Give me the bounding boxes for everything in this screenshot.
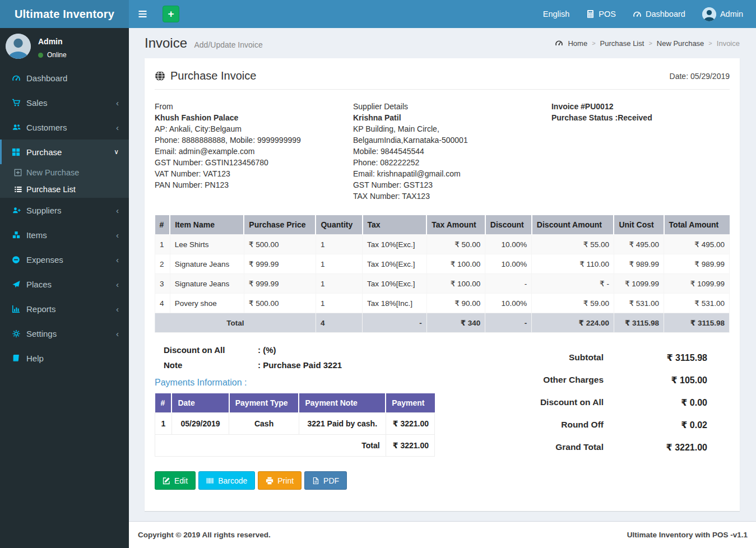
barcode-button[interactable]: Barcode <box>198 471 255 490</box>
table-cell: ₹ 90.00 <box>426 294 485 313</box>
table-cell: ₹ 110.00 <box>532 254 614 274</box>
invoice-number: Invoice #PU0012 <box>551 101 730 112</box>
sidebar-item-expenses[interactable]: Expenses ‹ <box>0 247 129 272</box>
sidebar-item-new-purchase[interactable]: New Purchase <box>0 164 129 181</box>
sidebar-item-customers[interactable]: Customers ‹ <box>0 115 129 140</box>
sidebar-item-items[interactable]: Items ‹ <box>0 222 129 247</box>
summary-row-grand-total: Grand Total ₹ 3221.00 <box>460 436 707 458</box>
printer-icon <box>266 477 273 485</box>
language-menu[interactable]: English <box>535 0 578 28</box>
table-cell: Lee Shirts <box>170 235 244 254</box>
table-cell: ₹ 495.00 <box>614 235 664 254</box>
footer-version: Ultimate Inventory with POS -v1.1 <box>627 531 748 539</box>
table-cell: - <box>485 274 532 294</box>
from-label: From <box>155 101 353 112</box>
navbar-right: English POS Dashboard <box>535 0 756 28</box>
list-icon <box>14 185 26 193</box>
table-cell: Cash <box>229 413 299 435</box>
table-cell: Tax 10%[Exc.] <box>363 235 427 254</box>
barcode-icon <box>206 477 214 485</box>
sidebar-item-settings[interactable]: Settings ‹ <box>0 321 129 346</box>
table-cell: 3 <box>155 274 170 294</box>
breadcrumb-purchase-list[interactable]: Purchase List <box>600 39 644 48</box>
minus-circle-icon <box>12 256 26 264</box>
summary-row-subtotal: Subtotal ₹ 3115.98 <box>460 346 707 369</box>
paper-plane-icon <box>12 280 26 289</box>
sidebar-menu: Dashboard Sales ‹ Customers ‹ <box>0 66 129 370</box>
chevron-left-icon: ‹ <box>116 329 119 338</box>
invoice-date: Date: 05/29/2019 <box>670 72 730 81</box>
breadcrumb-new-purchase[interactable]: New Purchase <box>657 39 704 48</box>
table-cell: ₹ 500.00 <box>244 235 316 254</box>
sidebar-toggle-button[interactable] <box>129 0 156 28</box>
note-row: Note : Purchase Paid 3221 <box>155 360 435 370</box>
discount-on-all-row: Discount on All : (%) <box>155 345 435 355</box>
sidebar-item-reports[interactable]: Reports ‹ <box>0 296 129 321</box>
pos-link[interactable]: POS <box>578 0 624 28</box>
invoice-meta: Invoice #PU0012 Purchase Status :Receive… <box>551 101 730 202</box>
cart-icon <box>12 99 26 107</box>
table-cell: ₹ 999.99 <box>244 274 316 294</box>
table-cell: ₹ 100.00 <box>426 274 485 294</box>
table-cell: Tax 10%[Exc.] <box>363 254 427 274</box>
sidebar-item-purchase[interactable]: Purchase ∨ <box>0 140 129 164</box>
grid-icon <box>12 148 26 156</box>
table-cell: ₹ 531.00 <box>614 294 664 313</box>
table-cell: 10.00% <box>485 294 532 313</box>
table-row: 2Signature Jeans₹ 999.991Tax 10%[Exc.]₹ … <box>155 254 730 274</box>
supplier-label: Supplier Details <box>353 101 551 112</box>
content-header: Invoice Add/Update Invoice Home > Purcha… <box>145 35 740 51</box>
print-button[interactable]: Print <box>258 471 302 490</box>
sidebar-item-suppliers[interactable]: Suppliers ‹ <box>0 198 129 222</box>
table-cell: Tax 18%[Inc.] <box>363 294 427 313</box>
summary-row-other-charges: Other Charges ₹ 105.00 <box>460 369 707 391</box>
brand-logo[interactable]: Ultimate Inventory <box>0 0 129 28</box>
table-cell: 1 <box>155 235 170 254</box>
table-row: 1Lee Shirts₹ 500.001Tax 10%[Exc.]₹ 50.00… <box>155 235 730 254</box>
table-cell: 1 <box>155 413 172 435</box>
pencil-square-icon <box>163 477 170 485</box>
table-cell: 1 <box>316 274 362 294</box>
breadcrumb-separator: > <box>592 40 595 47</box>
action-buttons: Edit Barcode Print <box>155 471 730 490</box>
table-cell: 1 <box>316 294 362 313</box>
chevron-down-icon: ∨ <box>114 148 119 156</box>
user-menu[interactable]: Admin <box>694 0 752 28</box>
table-cell: ₹ 1099.99 <box>614 274 664 294</box>
summary-row-round-off: Round Off ₹ 0.02 <box>460 414 707 436</box>
chevron-left-icon: ‹ <box>116 123 119 132</box>
table-cell: 2 <box>155 254 170 274</box>
chevron-left-icon: ‹ <box>116 230 119 240</box>
sidebar-item-help[interactable]: Help <box>0 346 129 370</box>
calculator-icon <box>586 10 595 18</box>
plus-icon: + <box>168 8 174 20</box>
sidebar-item-purchase-list[interactable]: Purchase List <box>0 181 129 198</box>
purchase-status: Purchase Status :Received <box>551 112 730 123</box>
cubes-icon <box>12 231 26 239</box>
table-cell: ₹ 1099.99 <box>664 274 730 294</box>
invoice-items-table: # Item Name Purchase Price Quantity Tax … <box>155 215 730 333</box>
chevron-left-icon: ‹ <box>116 255 119 264</box>
breadcrumb-separator: > <box>648 40 652 47</box>
pdf-button[interactable]: PDF <box>304 471 347 490</box>
users-icon <box>12 123 26 132</box>
globe-icon <box>155 71 165 81</box>
sidebar-item-dashboard[interactable]: Dashboard <box>0 66 129 90</box>
breadcrumb-home[interactable]: Home <box>568 39 587 48</box>
items-table-header-row: # Item Name Purchase Price Quantity Tax … <box>155 215 730 235</box>
note-value: : Purchase Paid 3221 <box>258 360 342 370</box>
table-cell: ₹ 3221.00 <box>386 413 434 435</box>
navbar-main: + English POS Dashboard <box>129 0 756 28</box>
pos-label: POS <box>599 10 616 18</box>
table-cell: ₹ 531.00 <box>664 294 730 313</box>
breadcrumb-separator: > <box>708 40 712 47</box>
dashboard-link[interactable]: Dashboard <box>624 0 694 28</box>
file-pdf-icon <box>312 477 319 485</box>
quick-add-button[interactable]: + <box>163 6 179 22</box>
table-cell: ₹ 59.00 <box>532 294 614 313</box>
online-status-dot <box>38 53 43 58</box>
sidebar-item-sales[interactable]: Sales ‹ <box>0 90 129 115</box>
edit-button[interactable]: Edit <box>155 471 196 490</box>
sidebar-user-panel: Admin Online <box>0 28 129 66</box>
sidebar-item-places[interactable]: Places ‹ <box>0 272 129 296</box>
